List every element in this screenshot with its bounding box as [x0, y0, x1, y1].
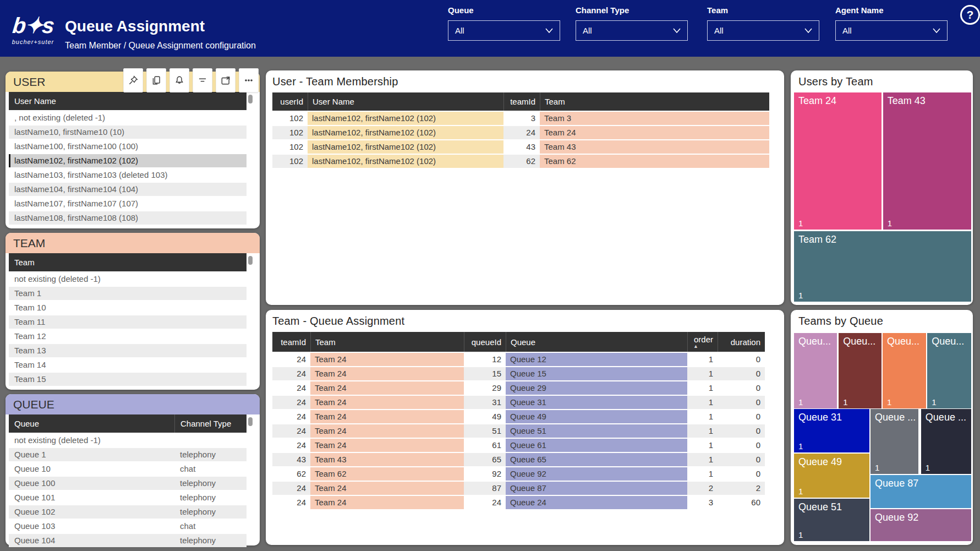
list-item[interactable]: Team 14: [9, 358, 247, 372]
list-item[interactable]: lastName100, firstName100 (100): [9, 140, 247, 153]
table-row[interactable]: 102lastName102, firstName102 (102)62Team…: [272, 155, 769, 168]
column-header-queue[interactable]: Queue: [506, 332, 687, 352]
table-row[interactable]: 102lastName102, firstName102 (102)3Team …: [272, 112, 769, 125]
list-cell: Queue 1: [9, 448, 174, 461]
treemap-tile[interactable]: Queue 92: [870, 509, 971, 541]
list-item[interactable]: lastName103, firstName103 (deleted 103): [9, 168, 247, 182]
column-header-team[interactable]: Team: [310, 332, 464, 352]
table-cell: 24: [272, 424, 310, 438]
column-header-team[interactable]: Team: [540, 92, 769, 111]
table-row[interactable]: 24Team 2431Queue 3110: [272, 396, 765, 409]
list-item[interactable]: Team 15: [9, 373, 247, 386]
logo-company-name: bucher+suter: [7, 39, 59, 45]
table-row[interactable]: 24Team 2487Queue 8722: [272, 482, 765, 495]
table-cell: Queue 87: [506, 482, 687, 495]
treemap-tile[interactable]: Queue ...1: [870, 409, 918, 474]
table-row[interactable]: 24Team 2461Queue 6110: [272, 439, 765, 452]
table-cell: 92: [464, 467, 506, 481]
list-item[interactable]: not existing (deleted -1): [9, 434, 247, 447]
help-icon[interactable]: ?: [960, 5, 980, 25]
column-header-teamid[interactable]: teamId: [272, 332, 310, 352]
list-item[interactable]: not existing (deleted -1): [9, 272, 247, 286]
treemap-tile[interactable]: Queue ...1: [921, 409, 971, 474]
list-item[interactable]: lastName104, firstName104 (104): [9, 183, 247, 196]
list-item[interactable]: Team 10: [9, 301, 247, 314]
table-row[interactable]: 24Team 2412Queue 1210: [272, 353, 765, 366]
treemap-tile-value: 1: [926, 463, 930, 472]
table-cell: 1: [687, 467, 718, 481]
table-row[interactable]: 43Team 4365Queue 6510: [272, 453, 765, 466]
list-item[interactable]: Queue 10chat: [9, 462, 247, 476]
list-item[interactable]: Queue 104telephony: [9, 534, 247, 547]
team-slicer-header: TEAM: [6, 233, 260, 253]
treemap-tile[interactable]: Queu...1: [883, 333, 926, 408]
table-row[interactable]: 62Team 6292Queue 9210: [272, 467, 765, 481]
list-item[interactable]: lastName107, firstName107 (107): [9, 197, 247, 210]
list-item[interactable]: Queue 100telephony: [9, 477, 247, 490]
treemap-tile[interactable]: Team 431: [883, 92, 971, 230]
list-item[interactable]: , not existing (deleted -1): [9, 111, 247, 124]
treemap-tile[interactable]: Queue 87: [870, 475, 971, 508]
filter-icon[interactable]: [193, 68, 212, 92]
focus-mode-icon[interactable]: [216, 68, 236, 92]
list-item[interactable]: Team 13: [9, 344, 247, 357]
list-cell: telephony: [174, 477, 247, 490]
pin-icon[interactable]: [123, 68, 143, 92]
assignment-title: Team - Queue Assignment: [266, 310, 784, 328]
table-row[interactable]: 102lastName102, firstName102 (102)43Team…: [272, 140, 769, 154]
list-item[interactable]: Queue 103chat: [9, 520, 247, 533]
treemap-tile[interactable]: Team 621: [794, 231, 971, 302]
filter-team-dropdown[interactable]: All: [707, 20, 819, 41]
list-item[interactable]: Team 12: [9, 330, 247, 343]
column-header-userid[interactable]: userId: [272, 92, 308, 111]
treemap-tile[interactable]: Queu...1: [839, 333, 882, 408]
table-row[interactable]: 24Team 2429Queue 2910: [272, 381, 765, 395]
treemap-tile[interactable]: Queue 311: [794, 409, 869, 452]
table-row[interactable]: 102lastName102, firstName102 (102)24Team…: [272, 126, 769, 139]
list-cell: chat: [174, 462, 247, 476]
list-item[interactable]: Team 1: [9, 287, 247, 300]
filter-queue-dropdown[interactable]: All: [448, 20, 560, 41]
treemap-tile-label: Queu...: [927, 333, 971, 347]
treemap-tile-label: Queue 49: [794, 454, 869, 468]
list-item[interactable]: Queue 1telephony: [9, 448, 247, 461]
table-cell: 24: [464, 496, 506, 509]
treemap-tile-label: Queu...: [839, 333, 882, 347]
list-item[interactable]: Queue 102telephony: [9, 505, 247, 519]
column-header-order[interactable]: order ▲: [687, 332, 718, 352]
company-logo: b✦s bucher+suter: [7, 13, 59, 45]
list-item[interactable]: Team 11: [9, 315, 247, 329]
more-options-icon[interactable]: [239, 68, 259, 92]
alert-icon[interactable]: [169, 68, 189, 92]
filter-channel-type-dropdown[interactable]: All: [576, 20, 688, 41]
table-cell: Team 24: [310, 482, 464, 495]
table-cell: 43: [503, 140, 540, 154]
filter-agent-name-dropdown[interactable]: All: [835, 20, 948, 41]
list-item[interactable]: lastName108, firstName108 (108): [9, 211, 247, 225]
treemap-tile[interactable]: Queue 511: [794, 499, 869, 541]
table-row[interactable]: 24Team 2449Queue 4910: [272, 410, 765, 423]
table-row[interactable]: 24Team 2415Queue 1510: [272, 367, 765, 380]
table-row[interactable]: 24Team 2424Queue 24360: [272, 496, 765, 509]
list-item[interactable]: lastName10, firstName10 (10): [9, 126, 247, 139]
list-item[interactable]: lastName102, firstName102 (102): [9, 154, 247, 167]
treemap-tile-value: 1: [875, 463, 879, 472]
treemap-tile[interactable]: Queu...1: [927, 333, 971, 408]
column-header-user-name[interactable]: User Name: [308, 92, 503, 111]
table-cell: 1: [687, 396, 718, 409]
treemap-tile[interactable]: Queue 491: [794, 454, 869, 498]
list-item[interactable]: Queue 101telephony: [9, 491, 247, 504]
table-cell: 0: [718, 396, 765, 409]
scrollbar-thumb[interactable]: [248, 95, 253, 103]
column-header-queueid[interactable]: queueId: [464, 332, 506, 352]
table-cell: 1: [687, 453, 718, 466]
copy-icon[interactable]: [146, 68, 166, 92]
treemap-tile[interactable]: Team 241: [794, 92, 882, 230]
column-header-teamid[interactable]: teamId: [503, 92, 540, 111]
scrollbar-thumb[interactable]: [248, 417, 253, 426]
table-row[interactable]: 24Team 2451Queue 5110: [272, 424, 765, 438]
scrollbar-thumb[interactable]: [248, 256, 253, 265]
column-header-duration[interactable]: duration: [718, 332, 765, 352]
treemap-tile[interactable]: Queu...1: [794, 333, 837, 408]
table-cell: 65: [464, 453, 506, 466]
